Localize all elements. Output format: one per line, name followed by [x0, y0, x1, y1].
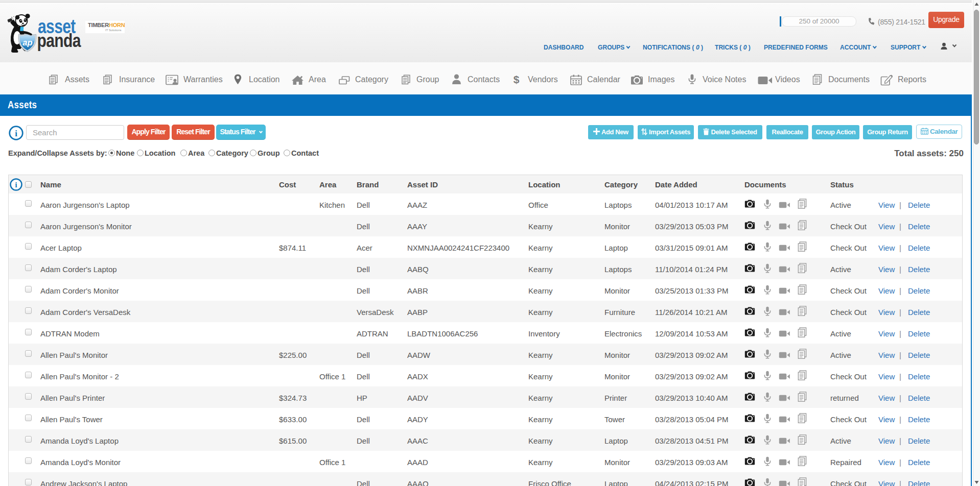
svg-text:$: $ [514, 74, 520, 85]
svg-text:ap: ap [22, 38, 32, 47]
svg-text:i: i [15, 129, 17, 138]
svg-text:i: i [15, 181, 17, 189]
